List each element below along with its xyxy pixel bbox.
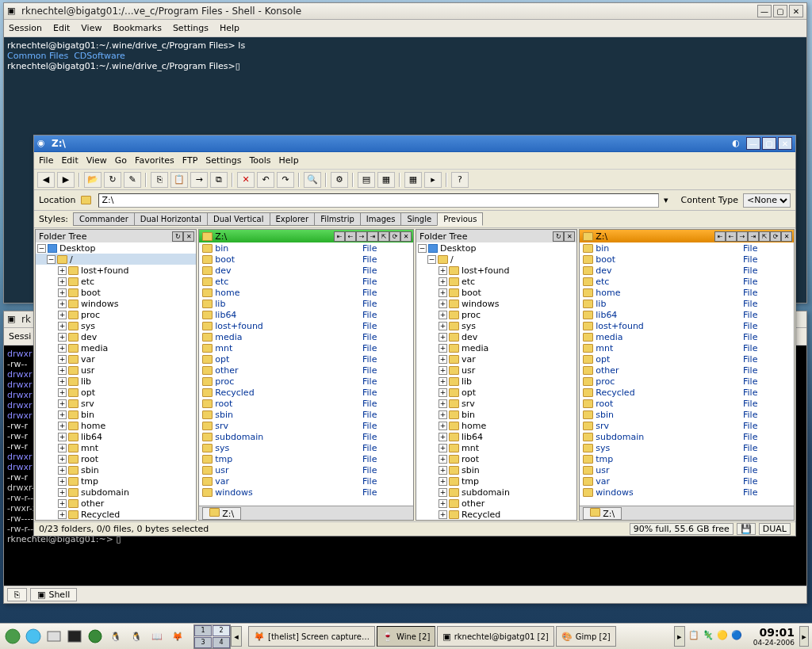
menu-tools[interactable]: Tools [249,155,270,166]
list-item[interactable]: lost+foundFile [199,320,413,331]
menu-help[interactable]: Help [220,23,239,33]
list-item[interactable]: mediaFile [199,331,413,342]
task-konsole[interactable]: ▣rknechtel@bigatg01 [2] [437,626,553,647]
list-item[interactable]: bootFile [580,254,794,265]
menu-settings[interactable]: Settings [173,23,209,33]
style-tab-dual-horizontal[interactable]: Dual Horizontal [134,212,208,226]
back-button[interactable]: ◀ [37,172,55,188]
clone-button[interactable]: ⧉ [210,172,228,188]
tree-desktop[interactable]: −Desktop [416,242,576,254]
list-item[interactable]: tmpFile [199,453,413,464]
tree-item[interactable]: +root [416,453,576,464]
tree-close-button[interactable]: ✕ [183,231,194,242]
tree-item[interactable]: +opt [416,387,576,398]
tree-root[interactable]: −/ [416,254,576,265]
tree-item[interactable]: +boot [416,287,576,298]
footer-path-tab[interactable]: Z:\ [202,507,241,520]
tree-item[interactable]: +lost+found [416,265,576,276]
nav-prev[interactable]: ← [726,231,737,242]
tree-item[interactable]: +windows [416,298,576,309]
footer-path-tab[interactable]: Z:\ [583,507,622,520]
pager-3[interactable]: 3 [194,637,212,648]
tray-klipper-icon[interactable]: 📋 [688,630,701,643]
desktop-button[interactable] [44,627,63,646]
layout1-button[interactable]: ▤ [358,172,375,188]
style-tab-commander[interactable]: Commander [73,212,135,226]
new-button[interactable]: ✎ [124,172,141,188]
list-item[interactable]: srvFile [199,420,413,431]
list-item[interactable]: devFile [199,265,413,276]
find-button[interactable]: 🔍 [304,172,321,188]
style-tab-single[interactable]: Single [400,212,438,226]
maximize-button[interactable]: ▢ [762,137,776,150]
style-tab-previous[interactable]: Previous [437,212,483,226]
location-dropdown[interactable]: ▾ [664,195,668,205]
tree-item[interactable]: +srv [36,398,196,409]
tree-item[interactable]: +opt [36,387,196,398]
panel-hide-button[interactable]: ▸ [799,626,809,647]
nav-first[interactable]: ⇤ [714,231,726,242]
list-item[interactable]: otherFile [580,365,794,376]
tree-item[interactable]: +mnt [36,442,196,453]
nav-up[interactable]: ⇱ [759,231,770,242]
mail-launcher[interactable]: 🐧 [127,627,146,646]
copy-button[interactable]: ⎘ [151,172,168,188]
undo-button[interactable]: ↶ [257,172,274,188]
list-item[interactable]: binFile [580,242,794,254]
redo-button[interactable]: ↷ [277,172,294,188]
task-wine[interactable]: 🍷Wine [2] [377,626,435,647]
list-item[interactable]: windowsFile [580,487,794,498]
tree-item[interactable]: +etc [416,276,576,287]
nav-last[interactable]: ⇥ [367,231,378,242]
list-item[interactable]: sbinFile [580,409,794,420]
shell-tab[interactable]: ▣Shell [30,588,77,601]
nav-last[interactable]: ⇥ [748,231,759,242]
list-item[interactable]: etcFile [199,276,413,287]
list-item[interactable]: mediaFile [580,331,794,342]
list-item[interactable]: homeFile [199,287,413,298]
list-item[interactable]: procFile [199,376,413,387]
fm-titlebar[interactable]: ◉ Z:\ ◐ — ▢ ✕ [34,136,795,152]
menu-view[interactable]: View [86,155,107,166]
style-tab-explorer[interactable]: Explorer [270,212,316,226]
tree-item[interactable]: +var [416,353,576,365]
close-button[interactable]: ✕ [778,137,792,150]
paste-button[interactable]: 📋 [170,172,188,188]
tree-item[interactable]: +var [36,353,196,365]
menu-file[interactable]: File [39,155,53,166]
tree-item[interactable]: +other [416,498,576,509]
menu-ftp[interactable]: FTP [182,155,198,166]
nav-first[interactable]: ⇤ [334,231,345,242]
menu-help[interactable]: Help [279,155,299,166]
taskbar-clock[interactable]: 09:01 04-24-2006 [749,626,799,647]
tree-item[interactable]: +usr [36,365,196,376]
tree-item[interactable]: +lib64 [36,431,196,442]
task-scroll-left[interactable]: ◂ [231,626,242,647]
nav-next[interactable]: → [356,231,367,242]
tree-item[interactable]: +dev [36,331,196,342]
nav-prev[interactable]: ← [345,231,356,242]
minimize-button[interactable]: — [757,5,772,17]
tree-item[interactable]: +mnt [416,442,576,453]
list-item[interactable]: lost+foundFile [580,320,794,331]
list-item[interactable]: libFile [199,298,413,309]
home-button[interactable] [24,627,43,646]
list-item[interactable]: usrFile [580,464,794,475]
tray-update-icon[interactable]: 🔵 [731,630,744,643]
folder-tree-body[interactable]: −Desktop −/ +lost+found+etc+boot+windows… [416,242,576,520]
tree-item[interactable]: +lib [416,376,576,387]
tree-item[interactable]: +lib64 [416,431,576,442]
konsole-titlebar[interactable]: ▣ rknechtel@bigatg01:/...ve_c/Program Fi… [4,3,806,20]
tree-item[interactable]: +srv [416,398,576,409]
maximize-button[interactable]: ▢ [773,5,787,17]
style-tab-images[interactable]: Images [360,212,402,226]
list-item[interactable]: subdomainFile [199,431,413,442]
tree-refresh-button[interactable]: ↻ [553,231,564,242]
firefox-launcher[interactable]: 🦊 [168,627,187,646]
help-button[interactable]: ? [451,172,469,188]
nav-next[interactable]: → [737,231,748,242]
tree-item[interactable]: +root [36,453,196,464]
nav-close[interactable]: ✕ [400,231,412,242]
menu-edit[interactable]: Edit [53,23,70,33]
list-item[interactable]: sysFile [199,442,413,453]
